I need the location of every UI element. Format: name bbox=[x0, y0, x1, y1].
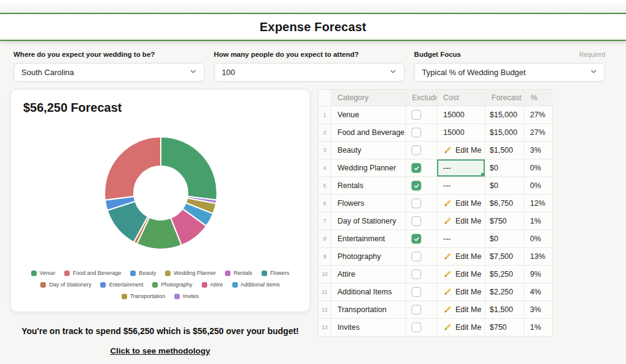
forecast-cell: $0 bbox=[485, 230, 525, 247]
exclude-checkbox[interactable] bbox=[411, 287, 421, 297]
cost-cell[interactable]: Edit Me bbox=[437, 195, 485, 212]
category-cell: Transportation bbox=[331, 301, 406, 318]
cost-edit-label: Edit Me bbox=[455, 217, 481, 225]
legend-swatch-icon bbox=[64, 271, 70, 276]
cost-cell[interactable]: Edit Me bbox=[437, 301, 485, 318]
legend-item[interactable]: Invites bbox=[174, 293, 199, 299]
exclude-cell bbox=[406, 319, 437, 336]
legend-label: Rentals bbox=[234, 270, 252, 276]
cost-cell[interactable]: Edit Me bbox=[437, 266, 485, 283]
row-number: 5 bbox=[319, 177, 331, 194]
exclude-checkbox[interactable] bbox=[411, 145, 421, 155]
exclude-checkbox[interactable] bbox=[411, 163, 421, 173]
percent-cell: 4% bbox=[525, 283, 553, 300]
exclude-cell bbox=[406, 159, 437, 177]
exclude-cell bbox=[406, 266, 437, 283]
exclude-checkbox[interactable] bbox=[411, 305, 421, 315]
legend-item[interactable]: Day of Stationery bbox=[40, 282, 91, 288]
exclude-cell bbox=[406, 213, 437, 230]
exclude-cell bbox=[406, 248, 437, 265]
forecast-cell: $5,250 bbox=[485, 266, 525, 283]
table-row: 12 Transportation Edit Me $1,500 3% bbox=[319, 301, 552, 319]
forecast-cell: $15,000 bbox=[485, 106, 525, 123]
legend-item[interactable]: Additional Items bbox=[232, 282, 280, 288]
exclude-cell bbox=[406, 124, 437, 141]
legend-swatch-icon bbox=[31, 271, 37, 276]
percent-cell: 27% bbox=[525, 106, 553, 123]
legend-item[interactable]: Venue bbox=[31, 270, 56, 276]
exclude-checkbox[interactable] bbox=[411, 322, 421, 332]
legend-item[interactable]: Flowers bbox=[262, 270, 290, 276]
cost-cell[interactable]: --- bbox=[437, 230, 485, 247]
location-label: Where do you expect your wedding to be? bbox=[13, 51, 155, 58]
exclude-cell bbox=[406, 142, 437, 159]
table-row: 4 Wedding Planner --- $0 0% bbox=[319, 159, 552, 177]
cost-cell[interactable]: Edit Me bbox=[437, 283, 485, 300]
top-strip bbox=[0, 0, 626, 13]
location-select[interactable]: South Carolina bbox=[13, 63, 205, 82]
cost-cell[interactable]: --- bbox=[437, 159, 485, 177]
legend-item[interactable]: Food and Beverage bbox=[64, 270, 121, 276]
table-row: 1 Venue 15000 $15,000 27% bbox=[319, 106, 552, 124]
row-number: 1 bbox=[319, 106, 331, 123]
legend-item[interactable]: Entertainment bbox=[100, 282, 143, 288]
cost-edit-label: Edit Me bbox=[455, 270, 481, 278]
legend-item[interactable]: Attire bbox=[202, 282, 223, 288]
row-number: 6 bbox=[319, 195, 331, 212]
cell-fill-handle[interactable] bbox=[481, 173, 484, 176]
pencil-icon bbox=[443, 252, 452, 261]
exclude-checkbox[interactable] bbox=[411, 252, 421, 261]
pencil-icon bbox=[443, 323, 452, 332]
category-cell: Beauty bbox=[331, 142, 406, 159]
check-icon bbox=[413, 183, 420, 189]
percent-cell: 3% bbox=[525, 301, 553, 318]
row-number: 9 bbox=[319, 248, 331, 265]
cost-cell[interactable]: Edit Me bbox=[437, 248, 485, 265]
exclude-checkbox[interactable] bbox=[411, 234, 421, 244]
percent-cell: 27% bbox=[525, 124, 553, 141]
check-icon bbox=[413, 165, 420, 172]
row-number: 11 bbox=[319, 283, 331, 300]
cost-cell[interactable]: 15000 bbox=[437, 124, 485, 141]
title-band: Expense Forecast bbox=[0, 13, 626, 41]
exclude-checkbox[interactable] bbox=[411, 110, 421, 120]
cost-cell[interactable]: Edit Me bbox=[437, 142, 485, 159]
cost-cell[interactable]: 15000 bbox=[437, 106, 485, 123]
budget-focus-label: Budget Focus bbox=[414, 51, 461, 58]
expense-forecast-page: Expense Forecast Where do you expect you… bbox=[0, 0, 626, 364]
legend-item[interactable]: Transportation bbox=[122, 293, 166, 299]
page-title: Expense Forecast bbox=[260, 20, 366, 34]
budget-focus-select[interactable]: Typical % of Wedding Budget bbox=[414, 63, 605, 82]
chevron-down-icon bbox=[389, 68, 397, 77]
exclude-cell bbox=[406, 195, 437, 212]
percent-cell: 9% bbox=[525, 266, 553, 283]
cost-edit-label: Edit Me bbox=[455, 199, 481, 208]
exclude-checkbox[interactable] bbox=[411, 128, 421, 137]
cost-cell[interactable]: Edit Me bbox=[437, 319, 485, 336]
cost-cell[interactable]: --- bbox=[437, 177, 485, 194]
guest-count-select[interactable]: 100 bbox=[214, 63, 405, 82]
exclude-checkbox[interactable] bbox=[411, 181, 421, 191]
forecast-cell: $750 bbox=[485, 319, 525, 336]
row-number: 2 bbox=[319, 124, 331, 141]
cost-cell[interactable]: Edit Me bbox=[437, 213, 485, 230]
legend-item[interactable]: Photography bbox=[152, 282, 192, 288]
table-row: 9 Photography Edit Me $7,500 13% bbox=[319, 248, 552, 266]
row-number: 8 bbox=[319, 230, 331, 247]
cost-edit-label: Edit Me bbox=[455, 305, 481, 314]
main-content: $56,250 Forecast Venue Food and Beverage… bbox=[0, 82, 626, 356]
exclude-checkbox[interactable] bbox=[411, 269, 421, 279]
legend-item[interactable]: Rentals bbox=[225, 270, 252, 276]
exclude-checkbox[interactable] bbox=[411, 198, 421, 208]
category-cell: Rentals bbox=[331, 177, 406, 194]
legend-item[interactable]: Beauty bbox=[130, 270, 156, 276]
table-row: 8 Entertainment --- $0 0% bbox=[319, 230, 552, 248]
legend-label: Day of Stationery bbox=[49, 282, 91, 288]
legend-item[interactable]: Wedding Planner bbox=[165, 270, 216, 276]
legend-swatch-icon bbox=[152, 282, 158, 288]
methodology-link[interactable]: Click to see methodology bbox=[110, 346, 210, 355]
exclude-checkbox[interactable] bbox=[411, 216, 421, 226]
table-row: 2 Food and Beverage 15000 $15,000 27% bbox=[319, 124, 552, 142]
location-value: South Carolina bbox=[21, 68, 74, 77]
table-row: 6 Flowers Edit Me $6,750 12% bbox=[319, 195, 552, 213]
